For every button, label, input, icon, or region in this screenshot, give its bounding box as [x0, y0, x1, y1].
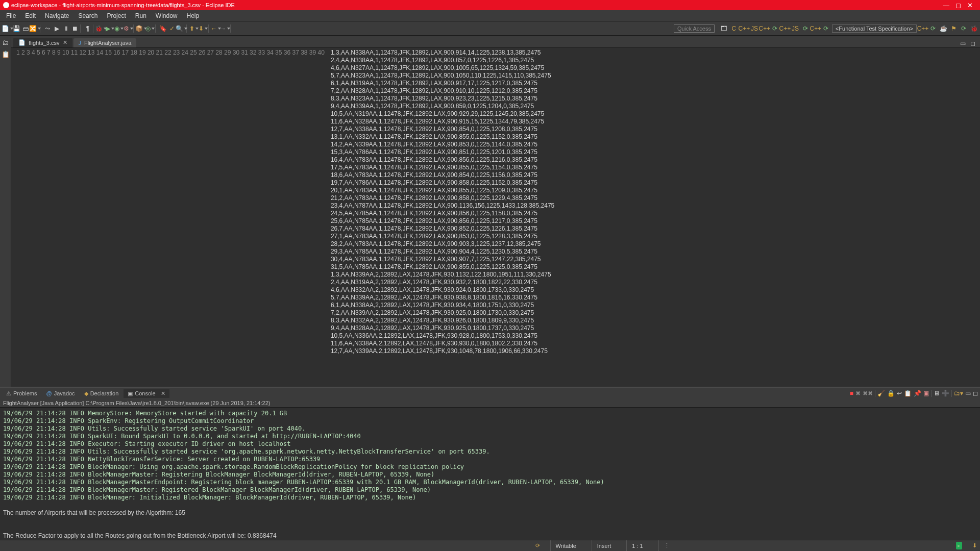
- close-tab-icon[interactable]: ✕: [63, 39, 67, 46]
- maximize-console-icon[interactable]: ◻: [973, 390, 978, 397]
- resume-icon[interactable]: ▶: [53, 24, 61, 33]
- remove-all-icon[interactable]: ✖✖: [863, 390, 873, 397]
- menu-search[interactable]: Search: [74, 11, 102, 20]
- coverage-dropdown-icon[interactable]: ◉: [115, 24, 123, 33]
- annotation-next-icon[interactable]: ⬇: [199, 24, 207, 33]
- minimize-button[interactable]: —: [943, 2, 949, 9]
- remove-launch-icon[interactable]: ✖: [855, 390, 861, 397]
- restore-view-icon[interactable]: 🗂: [2, 39, 9, 46]
- console-dropdown-icon[interactable]: 🗂▾: [954, 390, 963, 397]
- open-type-icon[interactable]: 🔖: [159, 24, 167, 33]
- perspective-label: <Functional Test Specification>: [836, 26, 913, 32]
- tab-label: flights_3.csv: [29, 40, 60, 46]
- refresh-icon-4[interactable]: ⟳: [929, 24, 937, 33]
- show-console-icon[interactable]: 📋: [904, 390, 912, 397]
- main-toolbar: 📄 💾 🗃 🔀 ⤳ ▶ ⏸ ⏹ ¶ 🐞 ▶ ◉ ⚙ 📦 ◎ 🔖 ✓ 🔍 ⬆ ⬇ …: [0, 21, 980, 36]
- save-icon[interactable]: 💾: [12, 24, 20, 33]
- tab-flightanalyser-java[interactable]: J FlightAnalyser.java: [74, 38, 137, 47]
- tab-flights-csv[interactable]: 📄 flights_3.csv ✕: [13, 38, 72, 47]
- open-perspective-icon[interactable]: 🗔: [720, 24, 728, 33]
- minimize-console-icon[interactable]: ▭: [965, 390, 971, 397]
- word-wrap-icon[interactable]: ↩: [897, 390, 902, 397]
- debug-dropdown-icon[interactable]: 🐞: [96, 24, 105, 33]
- new-dropdown-icon[interactable]: 📄: [3, 24, 11, 33]
- refresh-icon[interactable]: ⟳: [771, 24, 779, 33]
- suspend-icon[interactable]: ⏸: [62, 24, 70, 33]
- run-dropdown-icon[interactable]: ▶: [106, 24, 114, 33]
- pilcrow-icon[interactable]: ¶: [84, 24, 92, 33]
- tip-icon[interactable]: ▸: [956, 542, 962, 549]
- bottom-tabs: ⚠Problems @Javadoc ◆Declaration ▣Console…: [0, 388, 980, 399]
- new-package-icon[interactable]: 📦: [137, 24, 145, 33]
- forward-history-icon[interactable]: →: [221, 24, 229, 33]
- maximize-editor-icon[interactable]: ◻: [969, 39, 977, 47]
- code-text[interactable]: 1,3,AA,N338AA,1,12478,JFK,12892,LAX,900,…: [328, 48, 980, 387]
- maximize-button[interactable]: ◻: [955, 2, 961, 9]
- external-tools-icon[interactable]: ⚙: [124, 24, 132, 33]
- refresh-icon-5[interactable]: ⟳: [960, 24, 968, 33]
- refresh-icon-2[interactable]: ⟳: [801, 24, 810, 33]
- pin-console-icon[interactable]: 📌: [914, 390, 921, 397]
- java-persp-icon[interactable]: ☕: [939, 24, 947, 33]
- window-title: eclipse-workspace - flight-airports-mini…: [11, 2, 235, 8]
- clear-console-icon[interactable]: 🧹: [877, 390, 885, 397]
- cpp-icon-3[interactable]: C++: [781, 24, 789, 33]
- scroll-lock-icon[interactable]: 🔒: [887, 390, 895, 397]
- left-trim: 🗂 📋: [0, 36, 11, 387]
- close-button[interactable]: ✕: [967, 2, 973, 9]
- cpp-icon-2[interactable]: C++: [761, 24, 769, 33]
- titlebar: eclipse-workspace - flight-airports-mini…: [0, 0, 980, 10]
- java-file-icon: J: [79, 40, 82, 46]
- menu-project[interactable]: Project: [103, 11, 130, 20]
- menu-help[interactable]: Help: [183, 11, 204, 20]
- status-insert: Insert: [592, 540, 617, 551]
- new-class-icon[interactable]: ◎: [146, 24, 154, 33]
- new-console-view-icon[interactable]: ➕: [942, 390, 949, 397]
- c-icon[interactable]: C: [730, 24, 738, 33]
- skip-breakpoints-icon[interactable]: ⤳: [43, 24, 52, 33]
- tab-console[interactable]: ▣Console✕: [124, 389, 169, 398]
- bottom-panel: ⚠Problems @Javadoc ◆Declaration ▣Console…: [0, 387, 980, 540]
- menu-window[interactable]: Window: [152, 11, 182, 20]
- terminate-icon[interactable]: ⏹: [71, 24, 79, 33]
- outline-view-icon[interactable]: 📋: [2, 51, 10, 58]
- back-history-icon[interactable]: ←: [212, 24, 220, 33]
- js-icon-2[interactable]: JS: [791, 24, 799, 33]
- console-output[interactable]: 19/06/29 21:14:28 INFO MemoryStore: Memo…: [0, 408, 980, 540]
- code-area[interactable]: 1 2 3 4 5 6 7 8 9 10 11 12 13 14 15 16 1…: [11, 48, 980, 387]
- menu-file[interactable]: File: [2, 11, 20, 20]
- minimize-editor-icon[interactable]: ▭: [959, 39, 967, 47]
- debug-persp-icon[interactable]: 🐞: [970, 24, 978, 33]
- sync-icon[interactable]: ⟳: [535, 542, 540, 549]
- terminate-console-icon[interactable]: ■: [850, 390, 853, 397]
- status-writable: Writable: [550, 540, 581, 551]
- annotation-prev-icon[interactable]: ⬆: [190, 24, 198, 33]
- tab-problems[interactable]: ⚠Problems: [2, 389, 41, 398]
- open-console-icon[interactable]: 🖥: [934, 390, 940, 397]
- cpp-icon[interactable]: C++: [740, 24, 748, 33]
- refresh-icon-3[interactable]: ⟳: [822, 24, 830, 33]
- console-header: FlightAnalyser [Java Application] C:\Pro…: [0, 399, 980, 408]
- switch-editor-icon[interactable]: 🔀: [31, 24, 39, 33]
- search-dropdown-icon[interactable]: 🔍: [177, 24, 185, 33]
- menu-edit[interactable]: Edit: [21, 11, 40, 20]
- close-console-icon[interactable]: ✕: [161, 390, 165, 397]
- perspective-button[interactable]: <Functional Test Specification>: [832, 24, 917, 33]
- javadoc-icon: @: [46, 390, 52, 396]
- editor-tabs: 📄 flights_3.csv ✕ J FlightAnalyser.java …: [11, 36, 980, 48]
- flag-icon[interactable]: ⚑: [949, 24, 958, 33]
- cpp-icon-4[interactable]: C++: [812, 24, 820, 33]
- tab-declaration[interactable]: ◆Declaration: [80, 389, 123, 398]
- menu-run[interactable]: Run: [131, 11, 151, 20]
- status-position: 1 : 1: [626, 540, 648, 551]
- tab-javadoc[interactable]: @Javadoc: [42, 389, 79, 397]
- cpp-icon-5[interactable]: C++: [919, 24, 927, 33]
- display-selected-icon[interactable]: ▣: [923, 390, 929, 397]
- workspace: 🗂 📋 📄 flights_3.csv ✕ J FlightAnalyser.j…: [0, 36, 980, 540]
- updates-icon[interactable]: ⬇: [972, 542, 977, 549]
- eclipse-logo-icon: [3, 2, 9, 8]
- status-menu-icon[interactable]: ⋮: [658, 540, 675, 551]
- js-icon[interactable]: JS: [750, 24, 758, 33]
- quick-access[interactable]: Quick Access: [674, 24, 715, 33]
- menu-navigate[interactable]: Navigate: [41, 11, 73, 20]
